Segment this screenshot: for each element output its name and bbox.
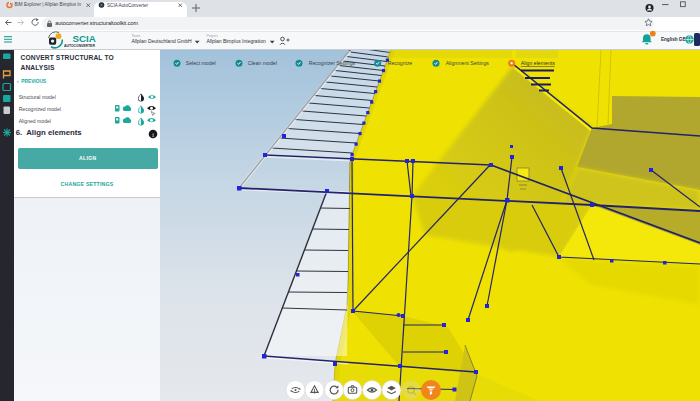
svg-text:Recognize: Recognize [388,60,413,66]
svg-text:Clean model: Clean model [248,60,277,66]
svg-text:Alignment Settings: Alignment Settings [446,60,490,66]
svg-text:Recognizer Settings: Recognizer Settings [309,60,356,66]
svg-text:AUTOCONVERTER: AUTOCONVERTER [64,44,95,48]
svg-text:Align elements: Align elements [521,60,555,66]
svg-text:Select model: Select model [186,60,216,66]
